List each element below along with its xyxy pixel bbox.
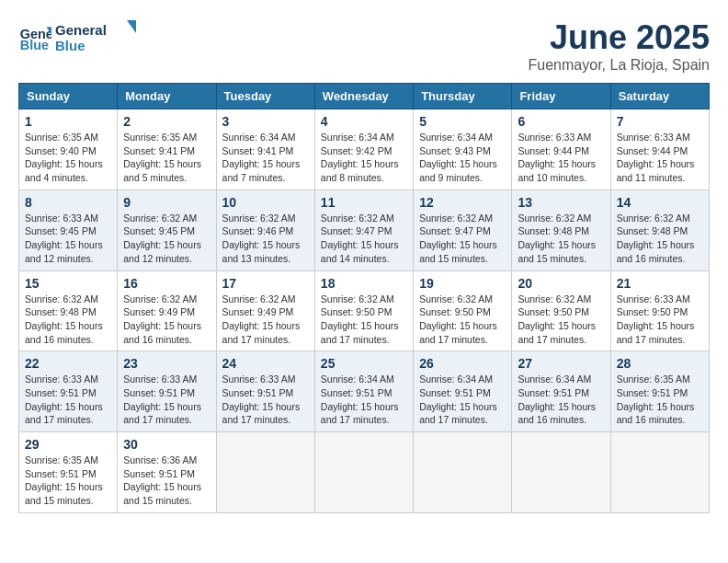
day-number: 28 [617, 356, 703, 371]
calendar-cell: 9Sunrise: 6:32 AM Sunset: 9:45 PM Daylig… [118, 190, 216, 270]
calendar-cell [314, 432, 413, 513]
logo: General Blue General Blue [18, 18, 138, 55]
calendar-cell: 20Sunrise: 6:32 AM Sunset: 9:50 PM Dayli… [512, 270, 610, 351]
calendar-cell: 10Sunrise: 6:32 AM Sunset: 9:46 PM Dayli… [216, 190, 314, 270]
calendar-cell: 4Sunrise: 6:34 AM Sunset: 9:42 PM Daylig… [314, 109, 413, 190]
calendar-cell: 26Sunrise: 6:34 AM Sunset: 9:51 PM Dayli… [414, 351, 512, 432]
day-number: 19 [419, 276, 506, 291]
day-number: 29 [25, 437, 111, 452]
day-info: Sunrise: 6:32 AM Sunset: 9:47 PM Dayligh… [321, 212, 407, 266]
calendar-cell: 1Sunrise: 6:35 AM Sunset: 9:40 PM Daylig… [19, 109, 118, 190]
day-info: Sunrise: 6:34 AM Sunset: 9:43 PM Dayligh… [419, 131, 506, 185]
calendar-header-saturday: Saturday [610, 84, 709, 109]
calendar-cell [414, 432, 512, 513]
calendar-cell: 23Sunrise: 6:33 AM Sunset: 9:51 PM Dayli… [118, 351, 216, 432]
day-number: 24 [222, 356, 309, 371]
calendar-header-row: SundayMondayTuesdayWednesdayThursdayFrid… [19, 84, 710, 109]
day-info: Sunrise: 6:34 AM Sunset: 9:51 PM Dayligh… [419, 373, 506, 427]
day-number: 10 [222, 195, 309, 210]
day-number: 3 [222, 114, 309, 129]
day-info: Sunrise: 6:32 AM Sunset: 9:45 PM Dayligh… [123, 212, 210, 266]
calendar-cell [216, 432, 314, 513]
svg-text:General: General [55, 22, 107, 38]
day-info: Sunrise: 6:32 AM Sunset: 9:50 PM Dayligh… [321, 293, 407, 347]
day-number: 27 [518, 356, 604, 371]
day-info: Sunrise: 6:33 AM Sunset: 9:51 PM Dayligh… [25, 373, 111, 427]
day-number: 12 [419, 195, 506, 210]
calendar-week-0: 1Sunrise: 6:35 AM Sunset: 9:40 PM Daylig… [19, 109, 710, 190]
calendar-cell: 5Sunrise: 6:34 AM Sunset: 9:43 PM Daylig… [414, 109, 512, 190]
calendar-cell: 29Sunrise: 6:35 AM Sunset: 9:51 PM Dayli… [19, 432, 118, 513]
page-header: General Blue General Blue June 2025 Fuen… [18, 18, 710, 74]
day-info: Sunrise: 6:35 AM Sunset: 9:51 PM Dayligh… [617, 373, 703, 427]
calendar-header-monday: Monday [118, 84, 216, 109]
calendar-cell: 22Sunrise: 6:33 AM Sunset: 9:51 PM Dayli… [19, 351, 118, 432]
day-info: Sunrise: 6:32 AM Sunset: 9:48 PM Dayligh… [25, 293, 111, 347]
day-number: 23 [123, 356, 210, 371]
calendar-header-tuesday: Tuesday [216, 84, 314, 109]
day-number: 25 [321, 356, 407, 371]
day-number: 14 [617, 195, 703, 210]
day-info: Sunrise: 6:33 AM Sunset: 9:44 PM Dayligh… [617, 131, 703, 185]
calendar-cell: 8Sunrise: 6:33 AM Sunset: 9:45 PM Daylig… [19, 190, 118, 270]
title-block: June 2025 Fuenmayor, La Rioja, Spain [529, 18, 710, 74]
day-number: 15 [25, 276, 111, 291]
day-number: 8 [25, 195, 111, 210]
day-number: 11 [321, 195, 407, 210]
calendar-cell: 16Sunrise: 6:32 AM Sunset: 9:49 PM Dayli… [118, 270, 216, 351]
day-info: Sunrise: 6:32 AM Sunset: 9:48 PM Dayligh… [518, 212, 604, 266]
location: Fuenmayor, La Rioja, Spain [529, 57, 710, 74]
day-number: 1 [25, 114, 111, 129]
day-number: 2 [123, 114, 210, 129]
day-number: 22 [25, 356, 111, 371]
calendar-cell: 19Sunrise: 6:32 AM Sunset: 9:50 PM Dayli… [414, 270, 512, 351]
calendar-header-thursday: Thursday [414, 84, 512, 109]
day-info: Sunrise: 6:32 AM Sunset: 9:49 PM Dayligh… [123, 293, 210, 347]
calendar-header-friday: Friday [512, 84, 610, 109]
day-number: 26 [419, 356, 506, 371]
day-number: 9 [123, 195, 210, 210]
calendar-week-2: 15Sunrise: 6:32 AM Sunset: 9:48 PM Dayli… [19, 270, 710, 351]
calendar-cell: 17Sunrise: 6:32 AM Sunset: 9:49 PM Dayli… [216, 270, 314, 351]
calendar-cell: 12Sunrise: 6:32 AM Sunset: 9:47 PM Dayli… [414, 190, 512, 270]
calendar-table: SundayMondayTuesdayWednesdayThursdayFrid… [18, 83, 710, 513]
day-number: 7 [617, 114, 703, 129]
day-number: 20 [518, 276, 604, 291]
day-info: Sunrise: 6:33 AM Sunset: 9:50 PM Dayligh… [617, 293, 703, 347]
calendar-week-4: 29Sunrise: 6:35 AM Sunset: 9:51 PM Dayli… [19, 432, 710, 513]
calendar-cell [512, 432, 610, 513]
calendar-cell: 24Sunrise: 6:33 AM Sunset: 9:51 PM Dayli… [216, 351, 314, 432]
calendar-header-wednesday: Wednesday [314, 84, 413, 109]
calendar-cell: 18Sunrise: 6:32 AM Sunset: 9:50 PM Dayli… [314, 270, 413, 351]
calendar-cell: 2Sunrise: 6:35 AM Sunset: 9:41 PM Daylig… [118, 109, 216, 190]
logo-icon: General Blue [18, 20, 51, 53]
day-number: 16 [123, 276, 210, 291]
day-info: Sunrise: 6:32 AM Sunset: 9:50 PM Dayligh… [518, 293, 604, 347]
day-info: Sunrise: 6:33 AM Sunset: 9:51 PM Dayligh… [123, 373, 210, 427]
calendar-week-1: 8Sunrise: 6:33 AM Sunset: 9:45 PM Daylig… [19, 190, 710, 270]
day-info: Sunrise: 6:34 AM Sunset: 9:42 PM Dayligh… [321, 131, 407, 185]
day-info: Sunrise: 6:35 AM Sunset: 9:51 PM Dayligh… [25, 454, 111, 508]
svg-text:Blue: Blue [55, 38, 85, 53]
day-info: Sunrise: 6:35 AM Sunset: 9:40 PM Dayligh… [25, 131, 111, 185]
day-info: Sunrise: 6:32 AM Sunset: 9:48 PM Dayligh… [617, 212, 703, 266]
calendar-cell: 11Sunrise: 6:32 AM Sunset: 9:47 PM Dayli… [314, 190, 413, 270]
calendar-cell: 6Sunrise: 6:33 AM Sunset: 9:44 PM Daylig… [512, 109, 610, 190]
day-number: 6 [518, 114, 604, 129]
calendar-cell: 14Sunrise: 6:32 AM Sunset: 9:48 PM Dayli… [610, 190, 709, 270]
calendar-header-sunday: Sunday [19, 84, 118, 109]
day-info: Sunrise: 6:36 AM Sunset: 9:51 PM Dayligh… [123, 454, 210, 508]
day-number: 30 [123, 437, 210, 452]
day-number: 21 [617, 276, 703, 291]
day-info: Sunrise: 6:34 AM Sunset: 9:51 PM Dayligh… [518, 373, 604, 427]
calendar-cell: 15Sunrise: 6:32 AM Sunset: 9:48 PM Dayli… [19, 270, 118, 351]
day-info: Sunrise: 6:34 AM Sunset: 9:51 PM Dayligh… [321, 373, 407, 427]
calendar-cell: 7Sunrise: 6:33 AM Sunset: 9:44 PM Daylig… [610, 109, 709, 190]
calendar-cell [610, 432, 709, 513]
day-number: 5 [419, 114, 506, 129]
month-title: June 2025 [529, 18, 710, 57]
day-info: Sunrise: 6:32 AM Sunset: 9:50 PM Dayligh… [419, 293, 506, 347]
day-number: 17 [222, 276, 309, 291]
calendar-cell: 30Sunrise: 6:36 AM Sunset: 9:51 PM Dayli… [118, 432, 216, 513]
svg-text:Blue: Blue [20, 38, 49, 52]
